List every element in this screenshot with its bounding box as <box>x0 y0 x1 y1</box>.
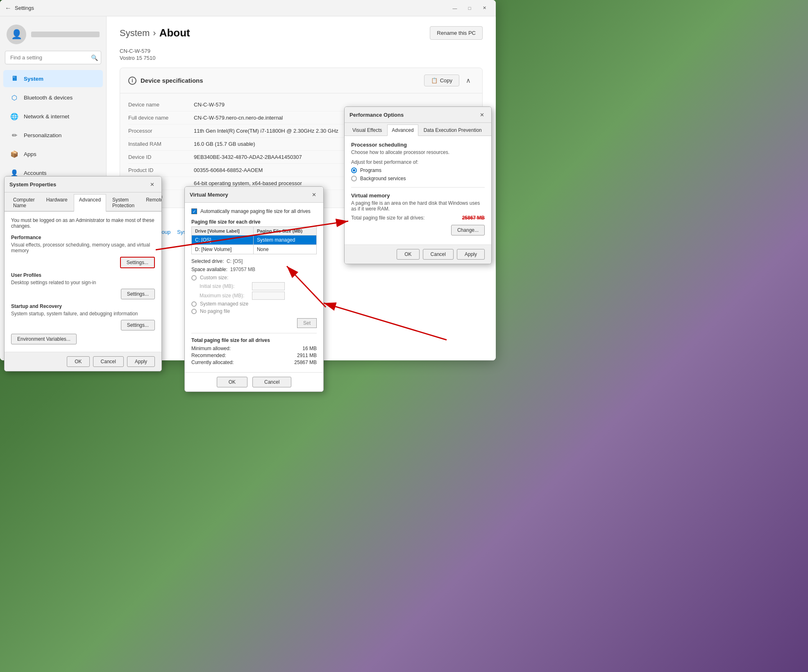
vm-max-size-label: Maximum size (MB): <box>200 293 249 299</box>
user-profiles-settings-button[interactable]: Settings... <box>121 289 155 299</box>
device-model: Vostro 15 7510 <box>120 55 483 61</box>
vm-radio-group: Custom size: Initial size (MB): Maximum … <box>191 275 317 314</box>
vm-title: Virtual Memory <box>190 192 228 198</box>
vm-no-paging-radio[interactable] <box>191 309 197 314</box>
vm-set-button[interactable]: Set <box>297 318 317 328</box>
breadcrumb-current: About <box>159 27 190 39</box>
vm-cancel-button[interactable]: Cancel <box>252 377 291 387</box>
processor-scheduling-text: Choose how to allocate processor resourc… <box>351 149 485 155</box>
tab-remote[interactable]: Remote <box>141 194 162 211</box>
vm-system-managed-row: System managed size <box>191 301 317 307</box>
system-props-title: System Properties <box>9 181 56 188</box>
info-icon: i <box>128 77 136 85</box>
vm-max-size-row: Maximum size (MB): <box>200 292 317 300</box>
title-bar: ← Settings — □ ✕ <box>0 0 496 16</box>
programs-radio[interactable] <box>351 167 357 173</box>
perf-title: Performance Options <box>350 112 404 118</box>
vm-system-managed-label: System managed size <box>200 301 248 307</box>
system-props-ok-button[interactable]: OK <box>67 356 89 367</box>
background-radio[interactable] <box>351 176 357 181</box>
vm-col-size: Paging File Size (MB) <box>253 227 316 235</box>
tab-computer-name[interactable]: Computer Name <box>8 194 40 211</box>
vm-initial-size-row: Initial size (MB): <box>200 282 317 290</box>
vm-custom-size-radio[interactable] <box>191 275 197 281</box>
vm-initial-size-input[interactable] <box>252 282 285 290</box>
vm-footer: OK Cancel <box>185 372 323 391</box>
vm-no-paging-label: No paging file <box>200 308 230 314</box>
sidebar-item-bluetooth[interactable]: ⬡ Bluetooth & devices <box>3 89 103 106</box>
processor-scheduling-label: Processor scheduling <box>351 142 485 148</box>
startup-recovery-section-label: Startup and Recovery <box>11 303 155 309</box>
vm-allocated-row: Currently allocated: 25867 MB <box>191 360 317 365</box>
vm-drive-d: D: [New Volume] <box>192 245 254 254</box>
vm-recommended-value: 2911 MB <box>297 353 317 358</box>
performance-settings-button[interactable]: Settings... <box>120 257 155 268</box>
vm-close-button[interactable]: ✕ <box>309 190 318 199</box>
system-nav-label: System <box>24 76 43 82</box>
bluetooth-nav-label: Bluetooth & devices <box>24 95 73 101</box>
sidebar-item-apps[interactable]: 📦 Apps <box>3 145 103 163</box>
vm-initial-size-label: Initial size (MB): <box>200 283 249 289</box>
tab-hardware[interactable]: Hardware <box>41 194 73 211</box>
system-props-close-button[interactable]: ✕ <box>148 180 157 189</box>
copy-button[interactable]: 📋 Copy <box>424 75 459 86</box>
vm-row-c[interactable]: C: [OS] System managed <box>192 235 317 245</box>
sidebar-item-system[interactable]: 🖥 System <box>3 70 103 87</box>
vm-drive-c: C: [OS] <box>192 235 254 245</box>
section-title-row: i Device specifications <box>128 77 203 85</box>
vm-system-managed-radio[interactable] <box>191 301 197 307</box>
vm-min-label: Minimum allowed: <box>191 346 231 351</box>
tab-visual-effects[interactable]: Visual Effects <box>348 124 386 136</box>
vm-title-bar: Virtual Memory ✕ <box>185 187 323 203</box>
sidebar-item-personalization[interactable]: ✏ Personalization <box>3 127 103 144</box>
perf-cancel-button[interactable]: Cancel <box>423 249 454 260</box>
startup-recovery-settings-button[interactable]: Settings... <box>121 320 155 330</box>
rename-pc-button[interactable]: Rename this PC <box>430 26 483 40</box>
perf-close-button[interactable]: ✕ <box>477 110 486 119</box>
tab-advanced-perf[interactable]: Advanced <box>387 124 418 136</box>
perf-vm-text: A paging file is an area on the hard dis… <box>351 200 485 212</box>
tab-dep[interactable]: Data Execution Prevention <box>419 124 486 136</box>
window-controls: — □ ✕ <box>448 2 491 14</box>
tab-advanced[interactable]: Advanced <box>74 194 106 212</box>
tab-system-protection[interactable]: System Protection <box>107 194 140 211</box>
perf-ok-button[interactable]: OK <box>397 249 419 260</box>
system-props-body: You must be logged on as an Administrato… <box>5 212 161 352</box>
network-nav-label: Network & internet <box>24 113 69 120</box>
performance-section-text: Visual effects, processor scheduling, me… <box>11 242 155 253</box>
vm-auto-manage-checkbox[interactable] <box>191 208 197 214</box>
perf-vm-total-value: 25867 MB <box>462 215 485 221</box>
perf-apply-button[interactable]: Apply <box>457 249 485 260</box>
vm-no-paging-row: No paging file <box>191 308 317 314</box>
system-properties-dialog: System Properties ✕ Computer Name Hardwa… <box>4 176 162 371</box>
search-input[interactable] <box>5 51 101 64</box>
vm-totals-title: Total paging file size for all drives <box>191 337 317 343</box>
vm-ok-button[interactable]: OK <box>217 377 247 387</box>
device-cn: CN-C-W-579 <box>120 48 483 54</box>
system-props-apply-button[interactable]: Apply <box>127 356 155 367</box>
vm-max-size-input[interactable] <box>252 292 285 300</box>
startup-recovery-section-text: System startup, system failure, and debu… <box>11 311 155 317</box>
perf-vm-label: Virtual memory <box>351 192 485 199</box>
vm-recommended-row: Recommended: 2911 MB <box>191 353 317 358</box>
system-props-cancel-button[interactable]: Cancel <box>93 356 124 367</box>
perf-vm-total-label: Total paging file size for all drives: <box>351 215 424 221</box>
copy-label: Copy <box>440 77 452 84</box>
environment-variables-button[interactable]: Environment Variables... <box>11 334 77 344</box>
sidebar-item-network[interactable]: 🌐 Network & internet <box>3 108 103 125</box>
vm-allocated-label: Currently allocated: <box>191 360 234 365</box>
close-button[interactable]: ✕ <box>478 2 491 14</box>
vm-totals: Total paging file size for all drives Mi… <box>191 333 317 365</box>
breadcrumb-sep: › <box>153 28 156 38</box>
back-icon[interactable]: ← <box>5 5 11 12</box>
perf-change-button[interactable]: Change... <box>451 225 485 235</box>
vm-row-d[interactable]: D: [New Volume] None <box>192 245 317 254</box>
minimize-button[interactable]: — <box>448 2 461 14</box>
vm-recommended-label: Recommended: <box>191 353 226 358</box>
vm-space-available: Space available: 197057 MB <box>191 267 317 272</box>
maximize-button[interactable]: □ <box>463 2 476 14</box>
collapse-button[interactable]: ∧ <box>463 75 474 86</box>
bluetooth-nav-icon: ⬡ <box>10 93 19 102</box>
breadcrumb-parent: System <box>120 28 150 38</box>
personalization-nav-label: Personalization <box>24 132 61 138</box>
